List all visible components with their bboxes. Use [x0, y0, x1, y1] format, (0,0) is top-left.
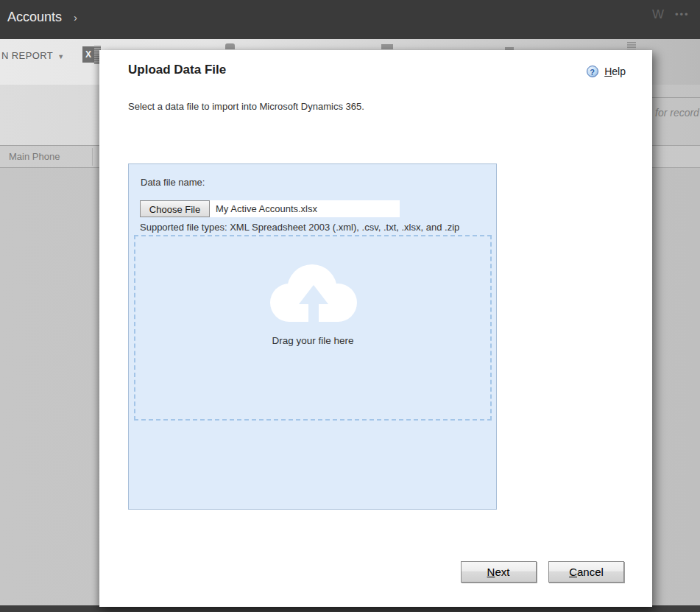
file-select-panel: Data file name: Choose File My Active Ac… [128, 163, 497, 510]
dialog-subtitle: Select a data file to import into Micros… [128, 101, 364, 112]
toolbar-new-label-fragment[interactable]: W [652, 7, 664, 22]
run-report-button[interactable]: N REPORT▼ [1, 50, 64, 61]
breadcrumb-accounts[interactable]: Accounts [7, 10, 62, 25]
selected-file-name: My Active Accounts.xlsx [216, 203, 317, 214]
cancel-button-label: Cancel [549, 562, 623, 582]
excel-glyph: X [82, 46, 94, 63]
data-file-name-label: Data file name: [141, 177, 205, 188]
cloud-upload-icon [265, 260, 361, 328]
help-icon: ? [587, 66, 598, 77]
toolbar-icon-fragment [225, 43, 235, 49]
screen: Accounts › N REPORT▼ X W ••• for record … [0, 0, 700, 612]
help-label-text: Help [604, 66, 626, 77]
run-report-label: N REPORT [1, 50, 53, 61]
top-navigation-bar: Accounts › [0, 0, 700, 39]
chevron-right-icon: › [74, 11, 77, 24]
next-button-label: Next [462, 562, 536, 582]
supported-file-types-note: Supported file types: XML Spreadsheet 20… [140, 222, 459, 233]
help-link[interactable]: ? Help [587, 64, 626, 77]
toolbar-icon-fragment [381, 44, 393, 49]
next-button[interactable]: Next [461, 561, 537, 583]
cancel-button[interactable]: Cancel [548, 561, 624, 583]
dialog-footer: Next Cancel [452, 561, 624, 583]
file-input[interactable]: Choose File My Active Accounts.xlsx [140, 200, 400, 217]
drag-drop-zone[interactable]: Drag your file here [134, 235, 492, 421]
dropzone-label: Drag your file here [135, 335, 490, 346]
more-commands-icon[interactable]: ••• [675, 9, 690, 20]
grid-view-icon-fragment [627, 42, 636, 49]
column-header-main-phone[interactable]: Main Phone [9, 151, 60, 162]
help-label: Help [604, 66, 626, 77]
column-divider [92, 148, 93, 166]
searchbox-divider [652, 97, 700, 98]
upload-data-file-dialog: Upload Data File ? Help Select a data fi… [99, 50, 652, 607]
search-records-input[interactable]: for record [655, 107, 699, 119]
dialog-title: Upload Data File [128, 63, 226, 77]
chevron-down-icon: ▼ [57, 53, 64, 60]
choose-file-button[interactable]: Choose File [140, 200, 210, 217]
